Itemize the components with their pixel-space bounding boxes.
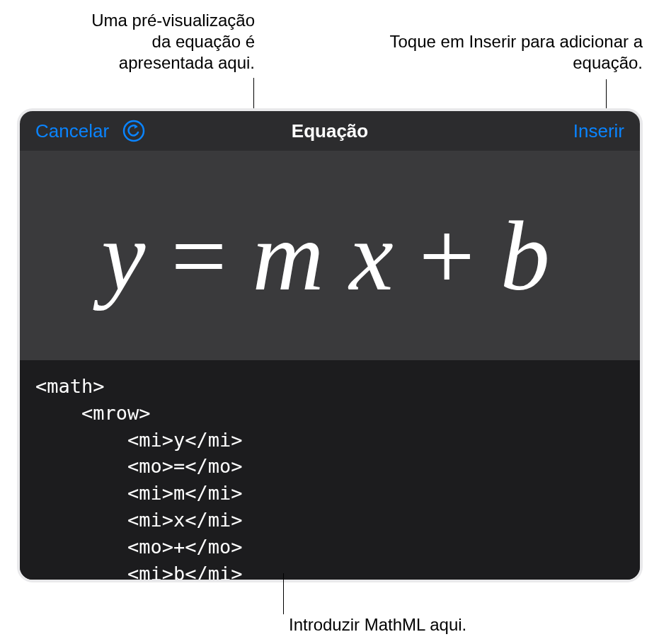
- mathml-input[interactable]: <math> <mrow> <mi>y</mi> <mo>=</mo> <mi>…: [20, 360, 640, 580]
- callout-input-line: [283, 573, 284, 614]
- equation-modal-wrap: Cancelar Equação Inserir y = m x + b: [17, 108, 643, 582]
- eq-var-x: x: [350, 199, 402, 313]
- eq-var-m: m: [252, 199, 332, 313]
- modal-header: Cancelar Equação Inserir: [20, 111, 640, 151]
- callout-insert-text: Toque em Inserir para adicionar a equaçã…: [389, 32, 643, 72]
- equation-preview: y = m x + b: [20, 151, 640, 360]
- cancel-button[interactable]: Cancelar: [35, 120, 109, 142]
- callout-preview: Uma pré-visualização da equação é aprese…: [71, 10, 255, 74]
- svg-point-0: [124, 121, 144, 141]
- equation-modal: Cancelar Equação Inserir y = m x + b: [20, 111, 640, 580]
- callout-input: Introduzir MathML aqui.: [289, 614, 466, 636]
- callout-input-text: Introduzir MathML aqui.: [289, 615, 466, 634]
- callout-preview-text: Uma pré-visualização da equação é aprese…: [91, 11, 255, 72]
- eq-op-plus: +: [419, 199, 483, 313]
- eq-var-y: y: [101, 199, 154, 313]
- eq-var-b: b: [500, 199, 558, 313]
- eq-op-equals: =: [171, 199, 235, 313]
- insert-button[interactable]: Inserir: [573, 120, 624, 142]
- callout-insert: Toque em Inserir para adicionar a equaçã…: [388, 31, 643, 74]
- header-left-group: Cancelar: [35, 119, 146, 143]
- undo-icon[interactable]: [122, 119, 146, 143]
- modal-title: Equação: [292, 120, 368, 142]
- equation-render: y = m x + b: [101, 199, 558, 313]
